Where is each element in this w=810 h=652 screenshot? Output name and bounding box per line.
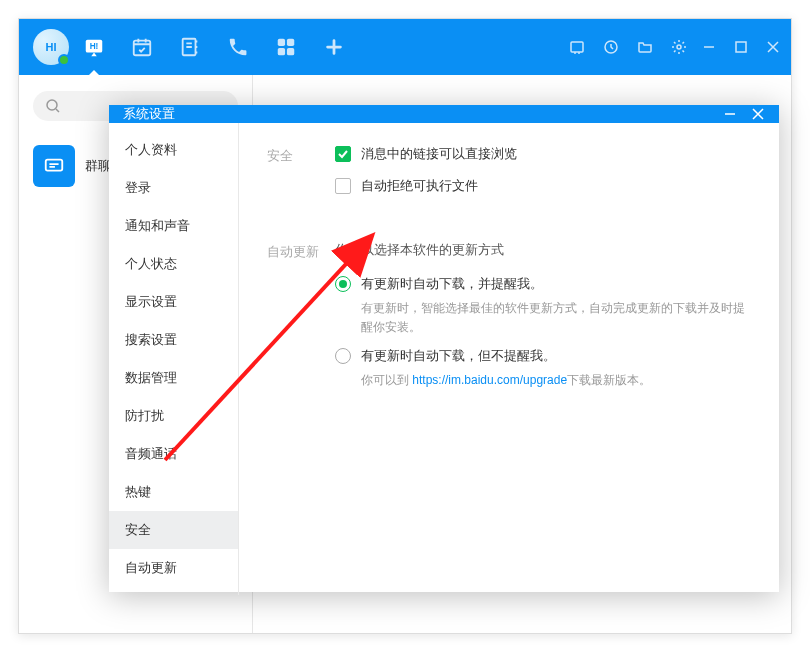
nav-hotkey[interactable]: 热键: [109, 473, 238, 511]
radio1-hint: 有更新时，智能选择最佳的软件更新方式，自动完成更新的下载并及时提醒你安装。: [361, 299, 751, 337]
screenshot-icon[interactable]: [569, 39, 585, 55]
minimize-button[interactable]: [701, 39, 717, 55]
avatar-text: HI: [46, 41, 57, 53]
apps-tab-icon[interactable]: [275, 36, 297, 58]
settings-dialog: 系统设置 个人资料 登录 通知和声音 个人状态 显示设置 搜索设置 数据管理 防…: [109, 105, 779, 592]
nav-profile[interactable]: 个人资料: [109, 131, 238, 169]
calendar-tab-icon[interactable]: [131, 36, 153, 58]
chat-tab-icon[interactable]: H!: [83, 36, 105, 58]
radio2-label: 有更新时自动下载，但不提醒我。: [361, 347, 751, 365]
system-icons: [569, 39, 687, 55]
nav-security[interactable]: 安全: [109, 511, 238, 549]
upgrade-link[interactable]: https://im.baidu.com/upgrade: [412, 373, 567, 387]
svg-rect-5: [287, 39, 294, 46]
dialog-minimize-button[interactable]: [723, 107, 737, 121]
window-controls: [701, 39, 781, 55]
settings-content: 安全 消息中的链接可以直接浏览 自动拒绝可执行文件: [239, 123, 779, 595]
dialog-title-text: 系统设置: [123, 105, 175, 123]
reject-exe-label: 自动拒绝可执行文件: [361, 177, 478, 195]
security-section: 安全 消息中的链接可以直接浏览 自动拒绝可执行文件: [267, 145, 751, 209]
svg-rect-8: [571, 42, 583, 52]
svg-rect-4: [278, 39, 285, 46]
close-button[interactable]: [765, 39, 781, 55]
radio2-hint: 你可以到 https://im.baidu.com/upgrade下载最新版本。: [361, 371, 751, 390]
add-tab-icon[interactable]: [323, 36, 345, 58]
auto-download-remind-radio[interactable]: [335, 276, 351, 292]
svg-rect-11: [736, 42, 746, 52]
nav-dnd[interactable]: 防打扰: [109, 397, 238, 435]
maximize-button[interactable]: [733, 39, 749, 55]
reject-exe-checkbox[interactable]: [335, 178, 351, 194]
update-section: 自动更新 你可以选择本软件的更新方式 有更新时自动下载，并提醒我。 有更新时，智…: [267, 241, 751, 399]
nav-audio[interactable]: 音频通话: [109, 435, 238, 473]
link-browse-label: 消息中的链接可以直接浏览: [361, 145, 517, 163]
settings-nav: 个人资料 登录 通知和声音 个人状态 显示设置 搜索设置 数据管理 防打扰 音频…: [109, 123, 239, 595]
user-avatar[interactable]: HI: [33, 29, 69, 65]
svg-point-12: [47, 100, 57, 110]
nav-notifications[interactable]: 通知和声音: [109, 207, 238, 245]
phone-tab-icon[interactable]: [227, 36, 249, 58]
update-description: 你可以选择本软件的更新方式: [335, 241, 751, 259]
auto-download-noremind-radio[interactable]: [335, 348, 351, 364]
nav-login[interactable]: 登录: [109, 169, 238, 207]
update-section-label: 自动更新: [267, 241, 335, 399]
nav-display[interactable]: 显示设置: [109, 283, 238, 321]
svg-point-10: [677, 45, 681, 49]
nav-data[interactable]: 数据管理: [109, 359, 238, 397]
history-icon[interactable]: [603, 39, 619, 55]
radio2-hint-prefix: 你可以到: [361, 373, 412, 387]
radio1-label: 有更新时自动下载，并提醒我。: [361, 275, 751, 293]
security-section-label: 安全: [267, 145, 335, 209]
dialog-titlebar: 系统设置: [109, 105, 779, 123]
nav-update[interactable]: 自动更新: [109, 549, 238, 587]
dialog-body: 个人资料 登录 通知和声音 个人状态 显示设置 搜索设置 数据管理 防打扰 音频…: [109, 123, 779, 595]
nav-status[interactable]: 个人状态: [109, 245, 238, 283]
conversation-name: 群聊: [85, 157, 111, 175]
folder-icon[interactable]: [637, 39, 653, 55]
group-chat-avatar-icon: [33, 145, 75, 187]
svg-rect-6: [278, 48, 285, 55]
svg-text:H!: H!: [90, 42, 99, 51]
contacts-tab-icon[interactable]: [179, 36, 201, 58]
link-browse-checkbox[interactable]: [335, 146, 351, 162]
status-online-dot: [58, 54, 70, 66]
dialog-close-button[interactable]: [751, 107, 765, 121]
svg-rect-2: [134, 41, 151, 56]
nav-search[interactable]: 搜索设置: [109, 321, 238, 359]
titlebar: HI H!: [19, 19, 791, 75]
svg-rect-7: [287, 48, 294, 55]
settings-icon[interactable]: [671, 39, 687, 55]
radio2-hint-suffix: 下载最新版本。: [567, 373, 651, 387]
main-nav: H!: [83, 36, 345, 58]
